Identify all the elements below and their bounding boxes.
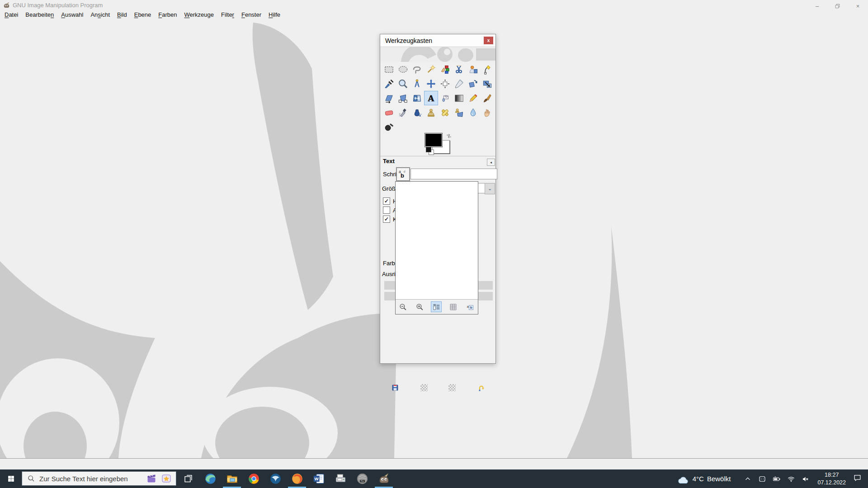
tool-eraser[interactable]: [382, 105, 396, 120]
toolbox-titlebar[interactable]: Werkzeugkasten x: [380, 34, 495, 47]
view-grid-button[interactable]: [448, 301, 458, 312]
task-view-button[interactable]: [180, 469, 196, 488]
tool-perspective-clone[interactable]: [452, 105, 466, 120]
menu-fenster[interactable]: Fenster: [238, 10, 265, 19]
tool-color-picker[interactable]: [382, 76, 396, 91]
tray-volume-muted[interactable]: [801, 474, 811, 484]
checkbox-checked[interactable]: ✓: [383, 197, 390, 205]
system-tray: 4°C Bewölkt 18:27 07.12.2022: [677, 469, 868, 488]
tool-bucket-fill[interactable]: [438, 91, 452, 105]
tool-pencil[interactable]: [466, 91, 480, 105]
tool-free-select[interactable]: [410, 62, 424, 76]
tool-paintbrush[interactable]: [480, 91, 494, 105]
tray-tray-app[interactable]: [757, 474, 767, 484]
tool-measure[interactable]: [410, 76, 424, 91]
tool-ellipse-select[interactable]: [396, 62, 410, 76]
menu-hilfe[interactable]: Hilfe: [265, 10, 284, 19]
taskbar-app-gimp[interactable]: [373, 469, 395, 488]
taskbar-search[interactable]: Zur Suche Text hier eingeben: [22, 471, 176, 486]
clipchamp-icon[interactable]: [146, 473, 157, 484]
clock[interactable]: 18:27 07.12.2022: [817, 471, 846, 486]
menu-datei[interactable]: Datei: [1, 10, 22, 19]
font-name-input[interactable]: [410, 169, 497, 179]
view-list-button[interactable]: [431, 301, 442, 312]
reset-options-button[interactable]: [477, 384, 485, 392]
taskbar-app-fax[interactable]: [330, 469, 351, 488]
tool-scale[interactable]: [480, 76, 494, 91]
airbrush-icon: [398, 108, 408, 118]
tool-smudge[interactable]: [480, 105, 494, 120]
action-center-button[interactable]: [853, 474, 862, 484]
smudge-icon: [482, 108, 492, 118]
taskbar-app-thunderbird[interactable]: [264, 469, 286, 488]
tool-alignment[interactable]: [438, 76, 452, 91]
tool-perspective[interactable]: [396, 91, 410, 105]
tool-shear[interactable]: [382, 91, 396, 105]
taskbar-app-chrome[interactable]: [243, 469, 264, 488]
tool-ink[interactable]: [410, 105, 424, 120]
tool-clone[interactable]: [424, 105, 438, 120]
taskbar-app-word[interactable]: W: [308, 469, 330, 488]
scale-icon: [482, 79, 492, 89]
toolbox-close-button[interactable]: x: [484, 37, 493, 44]
menu-ebene[interactable]: Ebene: [131, 10, 155, 19]
tool-zoom[interactable]: [396, 76, 410, 91]
save-options-button[interactable]: [391, 384, 399, 392]
tool-text[interactable]: A: [424, 91, 438, 105]
search-highlights-icon[interactable]: [161, 473, 172, 484]
tray-wifi[interactable]: [786, 474, 796, 484]
ink-icon: [412, 108, 422, 118]
minimize-window-button[interactable]: –: [807, 0, 827, 12]
tray-battery[interactable]: [772, 474, 782, 484]
collapse-options-button[interactable]: ◂: [487, 159, 495, 166]
taskbar-app-firefox[interactable]: [286, 469, 308, 488]
tool-move[interactable]: [424, 76, 438, 91]
zoom-out-button[interactable]: [397, 301, 408, 312]
foreground-color-swatch[interactable]: [425, 133, 442, 147]
menu-bild[interactable]: Bild: [113, 10, 131, 19]
tool-gradient[interactable]: [452, 91, 466, 105]
swap-colors-icon[interactable]: [446, 133, 452, 139]
tool-rotate[interactable]: [466, 76, 480, 91]
tray-chevron-up[interactable]: [743, 474, 753, 484]
size-unit-dropdown[interactable]: ⌄: [485, 183, 495, 194]
checkbox-checked[interactable]: ✓: [383, 216, 390, 223]
close-window-button[interactable]: ×: [848, 0, 868, 12]
tool-rect-select[interactable]: [382, 62, 396, 76]
restore-window-button[interactable]: [827, 0, 848, 12]
tool-heal[interactable]: [438, 105, 452, 120]
taskbar-app-edge[interactable]: [199, 469, 221, 488]
tool-blur[interactable]: [466, 105, 480, 120]
tool-airbrush[interactable]: [396, 105, 410, 120]
delete-options-button: [448, 384, 456, 392]
taskbar-app-file-explorer[interactable]: [221, 469, 243, 488]
font-picker-button[interactable]: a c b: [396, 168, 410, 181]
menu-ansicht[interactable]: Ansicht: [87, 10, 113, 19]
main-window-titlebar[interactable]: GNU Image Manipulation Program: [0, 0, 868, 10]
menu-werkzeuge[interactable]: Werkzeuge: [181, 10, 218, 19]
color-area: [425, 133, 451, 155]
menu-bearbeiten[interactable]: Bearbeiten: [22, 10, 57, 19]
zoom-in-button[interactable]: [414, 301, 425, 312]
menu-auswahl[interactable]: Auswahl: [57, 10, 87, 19]
tool-fuzzy-select[interactable]: [424, 62, 438, 76]
tool-crop[interactable]: [452, 76, 466, 91]
firefox-icon: [291, 473, 303, 485]
default-colors-icon[interactable]: [426, 147, 434, 155]
tool-flip[interactable]: [410, 91, 424, 105]
taskbar-app-google-earth[interactable]: Pro: [351, 469, 373, 488]
free-select-icon: [412, 64, 422, 75]
font-list[interactable]: [396, 182, 478, 299]
menu-filter[interactable]: Filter: [217, 10, 238, 19]
font-preview-button[interactable]: ba: [464, 301, 475, 312]
checkbox-unchecked[interactable]: [383, 206, 390, 214]
tool-foreground-select[interactable]: [466, 62, 480, 76]
menu-farben[interactable]: Farben: [155, 10, 180, 19]
tool-scissors-select[interactable]: [452, 62, 466, 76]
tool-dodge-burn[interactable]: [382, 120, 396, 134]
tool-select-by-color[interactable]: [438, 62, 452, 76]
weather-widget[interactable]: 4°C Bewölkt: [677, 474, 731, 483]
volume-muted-icon: [802, 475, 810, 483]
start-button[interactable]: [0, 469, 22, 488]
tool-paths[interactable]: [480, 62, 494, 76]
